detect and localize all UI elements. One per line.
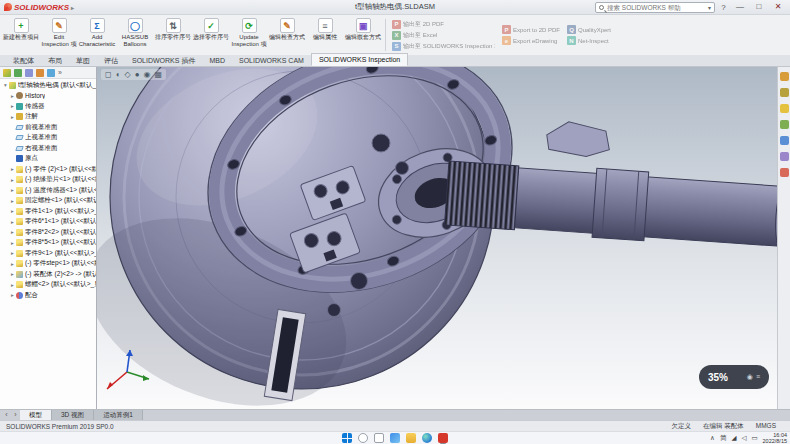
- taskbar-app-icon[interactable]: [422, 433, 432, 443]
- tree-expander-icon[interactable]: ▸: [9, 103, 16, 109]
- ribbon-button[interactable]: Σ Add Characteristic: [78, 16, 116, 54]
- taskbar-app-icon[interactable]: [406, 433, 416, 443]
- tree-expander-icon[interactable]: ▸: [9, 93, 16, 99]
- tree-item[interactable]: ▸ 零件6*1<1> (默认<<默认>_显示状态 1>): [0, 217, 96, 228]
- tree-expander-icon[interactable]: ▸: [9, 198, 16, 204]
- ribbon-button[interactable]: ✎ 编辑检查方式: [268, 16, 306, 54]
- ribbon-tab[interactable]: 装配体: [6, 55, 41, 66]
- model-threaded-section[interactable]: [445, 161, 519, 230]
- task-pane-icon[interactable]: [780, 88, 789, 97]
- ribbon-tab[interactable]: SOLIDWORKS CAM: [232, 55, 311, 66]
- tree-expander-icon[interactable]: ▸: [9, 271, 16, 277]
- headsup-toolbar-icon[interactable]: ◉: [143, 70, 150, 79]
- ribbon-tab[interactable]: 评估: [97, 55, 125, 66]
- tree-item[interactable]: 上视基准面: [0, 133, 96, 144]
- doc-tab-nav-left-icon[interactable]: ‹: [2, 410, 11, 420]
- headsup-toolbar-icon[interactable]: ▦: [154, 70, 162, 79]
- tree-item[interactable]: ▸ (-) 装配体 (2)<2> -> (默认<显示状态-2>): [0, 269, 96, 280]
- headsup-toolbar-icon[interactable]: ◻: [105, 70, 112, 79]
- tree-item[interactable]: ▾ t型轴轴热电偶 (默认<默认_显示状态-1>): [0, 80, 96, 91]
- help-search[interactable]: ▾: [595, 2, 715, 13]
- tree-item[interactable]: ▸ 零件8*2<2> (默认<<默认>_显示状态 1>): [0, 227, 96, 238]
- taskbar-app-icon[interactable]: [390, 433, 400, 443]
- ribbon-tab[interactable]: SOLIDWORKS 插件: [125, 55, 202, 66]
- tree-expander-icon[interactable]: ▾: [2, 82, 9, 88]
- headsup-toolbar-icon[interactable]: ●: [135, 70, 140, 79]
- zoom-overlay-badge[interactable]: 35% ◉ ≡: [699, 365, 769, 389]
- volume-icon[interactable]: ◁: [741, 434, 746, 442]
- minimize-button[interactable]: —: [732, 1, 748, 13]
- ribbon-button[interactable]: ✎ Edit Inspection 项目: [40, 16, 78, 54]
- ribbon-button[interactable]: ▣ 编辑嵌套方式: [344, 16, 382, 54]
- panel-tab-icon[interactable]: [36, 69, 44, 77]
- ribbon-button[interactable]: ✓ 选择零件序号: [192, 16, 230, 54]
- task-pane-icon[interactable]: [780, 136, 789, 145]
- tree-item[interactable]: 前视基准面: [0, 122, 96, 133]
- tree-item[interactable]: ▸ 固定螺栓<1> (默认<<默认>_显示状态 1>): [0, 196, 96, 207]
- tree-expander-icon[interactable]: ▸: [9, 282, 16, 288]
- tree-item[interactable]: 右视基准面: [0, 143, 96, 154]
- help-search-input[interactable]: [607, 4, 705, 11]
- ribbon-tab[interactable]: 草图: [69, 55, 97, 66]
- tree-item[interactable]: ▸ 零件9<1> (默认<<默认>_显示状态 1>): [0, 248, 96, 259]
- tree-expander-icon[interactable]: ▸: [9, 177, 16, 183]
- tree-item[interactable]: ▸ (-) 绝缘垫片<1> (默认<<默认>_显示状态 1>): [0, 175, 96, 186]
- tree-expander-icon[interactable]: ▸: [9, 229, 16, 235]
- help-button[interactable]: ?: [718, 3, 729, 12]
- tree-expander-icon[interactable]: ▸: [9, 250, 16, 256]
- ime-indicator[interactable]: 简: [720, 434, 727, 442]
- close-button[interactable]: ✕: [770, 1, 786, 13]
- tree-expander-icon[interactable]: ▸: [9, 219, 16, 225]
- task-pane-icon[interactable]: [780, 120, 789, 129]
- tree-expander-icon[interactable]: ▸: [9, 114, 16, 120]
- tree-item[interactable]: ▸ 注解: [0, 112, 96, 123]
- ribbon-button[interactable]: ◯ HAS/SUB Balloons: [116, 16, 154, 54]
- task-pane-icon[interactable]: [780, 104, 789, 113]
- logo-flyout-icon[interactable]: ▸: [71, 4, 74, 11]
- tree-item[interactable]: 原点: [0, 154, 96, 165]
- task-pane-icon[interactable]: [780, 72, 789, 81]
- ribbon-button[interactable]: ⟳ Update Inspection 项目: [230, 16, 268, 54]
- panel-tab-icon[interactable]: [14, 69, 22, 77]
- tree-expander-icon[interactable]: ▸: [9, 240, 16, 246]
- panel-tab-icon[interactable]: [3, 69, 11, 77]
- ribbon-button[interactable]: ⇅ 排序零件序号: [154, 16, 192, 54]
- doc-tab[interactable]: 运动算例1: [94, 410, 143, 420]
- tree-expander-icon[interactable]: ▸: [9, 166, 16, 172]
- tree-item[interactable]: ▸ 传感器: [0, 101, 96, 112]
- tree-item[interactable]: ▸ (-) 零件 (2)<1> (默认<<默认>_显示状态 1>): [0, 164, 96, 175]
- tree-expander-icon[interactable]: ▸: [9, 208, 16, 214]
- panel-tab-icon[interactable]: [47, 69, 55, 77]
- headsup-toolbar-icon[interactable]: ◐: [116, 70, 121, 79]
- network-icon[interactable]: ◢: [731, 434, 736, 442]
- tree-item[interactable]: ▸ 配合: [0, 290, 96, 301]
- ribbon-tab[interactable]: MBD: [202, 55, 232, 66]
- solidworks-logo[interactable]: SOLIDWORKS ▸: [4, 3, 74, 12]
- tree-item[interactable]: ▸ (-) 零件step<1> (默认<<默认>_显示状态 1>): [0, 259, 96, 270]
- 3d-model-canvas[interactable]: [97, 67, 777, 409]
- doc-tab-nav-right-icon[interactable]: ›: [11, 410, 20, 420]
- doc-tab[interactable]: 模型: [20, 410, 52, 420]
- tree-expander-icon[interactable]: ▸: [9, 261, 16, 267]
- ribbon-tab[interactable]: SOLIDWORKS Inspection: [311, 53, 408, 66]
- task-pane-icon[interactable]: [780, 152, 789, 161]
- ribbon-button[interactable]: + 新建检查项目: [2, 16, 40, 54]
- doc-tab[interactable]: 3D 视图: [52, 410, 94, 420]
- ribbon-button[interactable]: ≡ 编辑属性: [306, 16, 344, 54]
- tree-item[interactable]: ▸ (-) 温度传感器<1> (默认<<默认>_显示状态 1>): [0, 185, 96, 196]
- tree-expander-icon[interactable]: ▸: [9, 187, 16, 193]
- search-chevron-icon[interactable]: ▾: [708, 4, 711, 11]
- tree-item[interactable]: ▸ 零件8*5<1> (默认<<默认>_显示状态 1>): [0, 238, 96, 249]
- tree-expander-icon[interactable]: ▸: [9, 292, 16, 298]
- headsup-toolbar-icon[interactable]: ◇: [124, 70, 130, 79]
- battery-icon[interactable]: ▭: [751, 434, 757, 442]
- task-pane-icon[interactable]: [780, 168, 789, 177]
- taskbar-app-icon[interactable]: [374, 433, 384, 443]
- tree-item[interactable]: ▸ 螺帽<2> (默认<<默认>_显示状态 1>): [0, 280, 96, 291]
- tree-item[interactable]: ▸ History: [0, 91, 96, 102]
- maximize-button[interactable]: □: [751, 1, 767, 13]
- taskbar-clock[interactable]: 16:04 2022/8/15: [763, 432, 787, 444]
- tree-item[interactable]: ▸ 零件1<1> (默认<<默认>_显示状态 1>): [0, 206, 96, 217]
- zoom-badge-icon[interactable]: ◉: [747, 373, 753, 381]
- panel-tab-icon[interactable]: [25, 69, 33, 77]
